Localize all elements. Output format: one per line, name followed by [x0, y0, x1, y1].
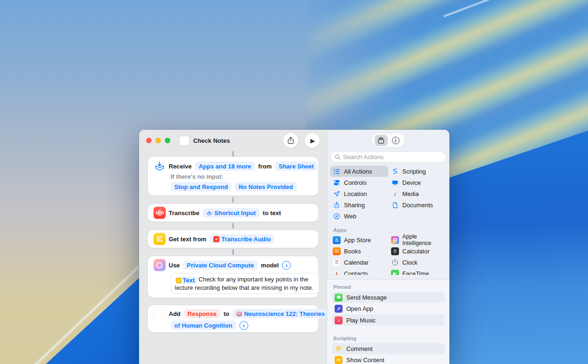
document-icon	[391, 201, 399, 209]
receive-verb: Receive	[169, 163, 192, 170]
share-button[interactable]	[283, 133, 298, 148]
location-arrow-icon	[333, 190, 341, 198]
app-label: Calculator	[402, 248, 430, 255]
open-app-icon: ↗	[335, 305, 343, 313]
sidebar-category-controls[interactable]: Controls	[330, 177, 388, 188]
music-note-icon: ♪	[391, 190, 399, 198]
sidebar-app-calculator[interactable]: Calculator	[388, 245, 447, 257]
action-card-use-model[interactable]: Use Private Cloud Compute model ›	[148, 256, 318, 298]
app-label: Books	[344, 248, 361, 255]
sidebar-app-contacts[interactable]: Contacts	[330, 268, 388, 275]
text-token-label: Text	[183, 277, 195, 284]
expand-chevron-button[interactable]: ›	[282, 261, 291, 270]
receive-input-icon	[154, 160, 166, 172]
action-library-tab[interactable]	[375, 135, 388, 146]
sidebar-category-location[interactable]: Location	[330, 188, 388, 199]
minimize-window-button[interactable]	[155, 138, 161, 143]
scripting-section-header: Scripting	[333, 336, 445, 341]
sidebar-category-all-actions[interactable]: All Actions	[330, 166, 388, 177]
add-note-verb: Add	[169, 310, 181, 317]
desktop: Check Notes ▶	[0, 0, 588, 364]
shortcuts-window: Check Notes ▶	[139, 130, 449, 364]
get-text-icon	[154, 233, 166, 245]
model-pill[interactable]: Private Cloud Compute	[183, 260, 258, 270]
sidebar-category-documents[interactable]: Documents	[388, 199, 447, 210]
action-row-comment[interactable]: Comment	[332, 343, 445, 354]
sidebar-app-calendar[interactable]: 17 Calendar	[330, 257, 388, 268]
note-pill-line1[interactable]: Neuroscience 122: Theories	[232, 309, 327, 318]
clock-icon	[391, 259, 399, 266]
note-pill-line2[interactable]: of Human Cognition	[171, 321, 236, 330]
no-input-action-pill[interactable]: Stop and Respond	[171, 182, 232, 191]
get-text-input-pill[interactable]: Transcribe Audio	[210, 234, 274, 244]
action-card-get-text[interactable]: Get text from Transcribe Audio	[148, 230, 318, 248]
get-text-input-label: Transcribe Audio	[221, 235, 271, 243]
shortcut-editor: Check Notes ▶	[139, 130, 327, 364]
sidebar-app-app-store[interactable]: App Store	[330, 234, 388, 245]
calculator-icon	[391, 247, 399, 255]
category-label: Media	[402, 190, 419, 197]
window-title: Check Notes	[193, 137, 230, 144]
notes-app-icon	[154, 308, 166, 320]
sidebar-app-facetime[interactable]: FaceTime	[388, 268, 447, 275]
action-card-transcribe[interactable]: Transcribe Shortcut Input to text	[148, 204, 318, 222]
chevron-right-icon: ›	[243, 322, 245, 329]
sidebar-mode-segmented-control: i	[371, 133, 405, 147]
flow-connector	[232, 223, 234, 229]
sidebar-app-clock[interactable]: Clock	[388, 257, 447, 268]
transcribe-audio-icon	[154, 207, 166, 219]
sidebar-category-device[interactable]: Device	[388, 177, 447, 188]
action-row-send-message[interactable]: Send Message	[332, 292, 445, 303]
receive-input-pill[interactable]: Apps and 18 more	[195, 161, 255, 171]
search-input[interactable]	[343, 154, 442, 161]
category-label: Sharing	[344, 202, 365, 209]
controls-icon	[333, 179, 341, 187]
svg-text:17: 17	[335, 261, 338, 264]
response-variable-pill[interactable]: Response	[184, 309, 220, 318]
flow-connector	[232, 249, 234, 255]
sidebar-category-scripting[interactable]: Scripting	[388, 166, 447, 177]
search-icon	[335, 154, 341, 160]
action-row-show-content[interactable]: Show Content	[332, 355, 445, 364]
category-label: All Actions	[344, 168, 372, 175]
receive-source-pill[interactable]: Share Sheet	[275, 161, 317, 171]
add-note-to-label: to	[224, 310, 229, 317]
action-row-open-app[interactable]: ↗ Open App	[332, 303, 445, 315]
transcribe-input-label: Shortcut Input	[214, 209, 256, 217]
app-label: Calendar	[344, 259, 369, 266]
apple-intelligence-icon	[154, 259, 166, 271]
text-variable-token[interactable]: Text	[175, 277, 197, 284]
sidebar-category-web[interactable]: Web	[330, 210, 388, 222]
calendar-icon: 17	[333, 259, 341, 266]
prompt-text-field[interactable]: Text Check for any important key points …	[171, 273, 319, 294]
list-icon	[333, 168, 341, 175]
transcribe-input-pill[interactable]: Shortcut Input	[203, 208, 259, 217]
flow-connector	[232, 151, 234, 157]
action-row-play-music[interactable]: ♪ Play Music	[332, 315, 445, 326]
sidebar-category-media[interactable]: ♪ Media	[388, 188, 447, 199]
action-card-add-to-note[interactable]: Add Response to Neuroscience 122: Theori…	[148, 305, 318, 332]
run-shortcut-button[interactable]: ▶	[305, 133, 320, 148]
shortcut-details-tab[interactable]: i	[389, 135, 402, 146]
flow-connector	[232, 197, 234, 203]
close-window-button[interactable]	[146, 138, 152, 143]
no-input-message-pill[interactable]: No Notes Provided	[235, 182, 296, 191]
scripting-icon	[391, 168, 399, 175]
action-card-receive[interactable]: Receive Apps and 18 more from Share Shee…	[148, 157, 318, 196]
category-label: Location	[344, 190, 367, 197]
get-text-verb: Get text from	[169, 236, 207, 243]
category-label: Scripting	[402, 168, 426, 175]
zoom-window-button[interactable]	[165, 138, 170, 143]
expand-chevron-button[interactable]: ›	[239, 321, 248, 330]
books-icon	[333, 247, 341, 255]
action-row-label: Comment	[346, 345, 372, 352]
category-grid: All Actions Scripting	[330, 166, 447, 222]
device-icon	[391, 179, 399, 187]
sidebar-category-sharing[interactable]: Sharing	[330, 199, 388, 210]
messages-icon	[335, 294, 343, 301]
share-icon	[287, 136, 295, 145]
sidebar-app-apple-intelligence[interactable]: Apple Intelligence	[388, 234, 447, 245]
sidebar-app-books[interactable]: Books	[330, 245, 388, 257]
text-token-icon	[176, 278, 182, 283]
search-field[interactable]	[331, 152, 446, 162]
